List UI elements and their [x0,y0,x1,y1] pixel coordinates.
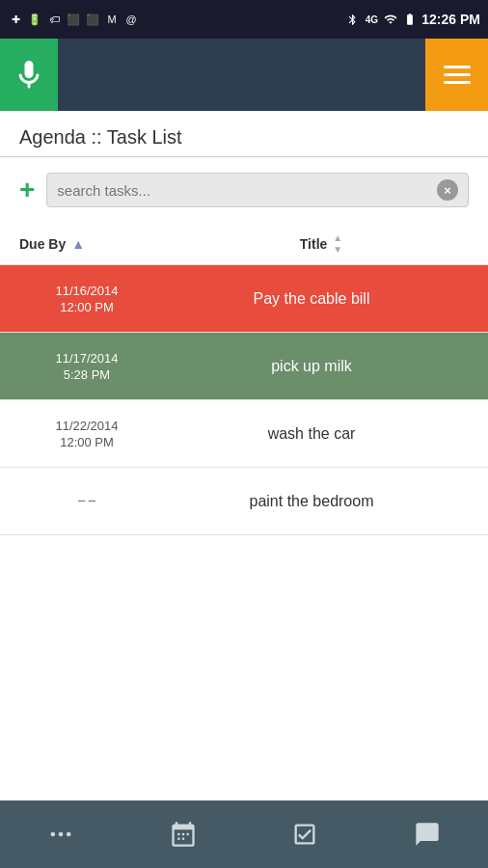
status-bar: ✚ 🔋 🏷 ⬛ ⬛ M @ 4G 12:26 PM [0,0,488,39]
microphone-icon [12,58,46,93]
status-bar-left: ✚ 🔋 🏷 ⬛ ⬛ M @ [8,12,139,27]
time-display: 12:26 PM [421,12,480,27]
svg-rect-6 [177,838,179,840]
table-header: Due By ▲ Title ▲▼ [0,223,488,265]
nav-tasks-button[interactable] [276,805,334,863]
hamburger-icon [444,73,471,76]
search-container: × [46,173,469,207]
nav-calendar-button[interactable] [154,805,212,863]
svg-rect-3 [177,833,179,835]
task-title: Pay the cable bill [154,290,469,308]
page-header: Agenda :: Task List [0,111,488,157]
task-row[interactable]: – – paint the bedroom [0,468,488,535]
search-row: + × [0,157,488,223]
status-bar-right: 4G 12:26 PM [344,12,480,27]
task-row[interactable]: 11/17/2014 5:28 PM pick up milk [0,333,488,400]
task-title: pick up milk [154,358,469,375]
task-time: 12:00 PM [19,300,154,314]
menu-button[interactable] [425,39,488,111]
task-time: 12:00 PM [19,435,154,449]
calendar-icon [170,821,197,848]
svg-rect-7 [182,838,184,840]
svg-point-0 [51,832,56,837]
app-logo [0,39,58,111]
task-due-date: 11/22/2014 12:00 PM [19,419,154,449]
task-date: 11/22/2014 [19,419,154,433]
task-row[interactable]: 11/22/2014 12:00 PM wash the car [0,400,488,468]
search-clear-button[interactable]: × [437,179,458,201]
task-date: 11/16/2014 [19,284,154,298]
bluetooth-icon [344,12,360,27]
task-due-date: 11/17/2014 5:28 PM [19,351,154,382]
nav-chat-button[interactable] [398,805,456,863]
lte-icon: 4G [364,12,379,27]
tag-icon: 🏷 [46,12,62,27]
mail-icon: @ [123,12,139,27]
svg-rect-4 [182,833,184,835]
svg-point-2 [67,832,71,837]
search-input[interactable] [57,182,437,199]
task-row[interactable]: 11/16/2014 12:00 PM Pay the cable bill [0,265,488,333]
due-by-sort-icon: ▲ [71,236,85,252]
gmail-icon: M [104,12,120,27]
chat-icon [414,821,441,848]
nav-more-button[interactable] [32,805,90,863]
due-by-label: Due By [19,236,66,252]
task-date: – – [19,493,154,507]
task-due-date: – – [19,493,154,509]
battery-status-icon [402,12,418,27]
bottom-nav [0,800,488,868]
hamburger-icon [444,81,471,84]
hamburger-icon [444,66,471,68]
svg-rect-5 [186,833,188,835]
page-title: Agenda :: Task List [19,126,469,149]
task-time: 5:28 PM [19,367,154,382]
plugin2-icon: ⬛ [85,12,100,27]
signal-icon [383,12,398,27]
ellipsis-icon [47,821,74,848]
task-due-date: 11/16/2014 12:00 PM [19,284,154,314]
title-column-header[interactable]: Title ▲▼ [174,232,469,255]
battery-icon: 🔋 [27,12,42,27]
add-task-button[interactable]: + [19,176,35,203]
task-table: Due By ▲ Title ▲▼ 11/16/2014 12:00 PM Pa… [0,223,488,535]
task-title: wash the car [154,425,469,443]
add-icon: ✚ [8,12,23,27]
title-label: Title [300,236,328,252]
task-date: 11/17/2014 [19,351,154,366]
svg-point-1 [59,832,64,837]
due-by-column-header[interactable]: Due By ▲ [19,236,174,252]
checkbox-icon [291,821,318,848]
task-title: paint the bedroom [154,493,469,510]
plugin1-icon: ⬛ [66,12,81,27]
title-sort-icon: ▲▼ [333,232,342,255]
app-header [0,39,488,111]
